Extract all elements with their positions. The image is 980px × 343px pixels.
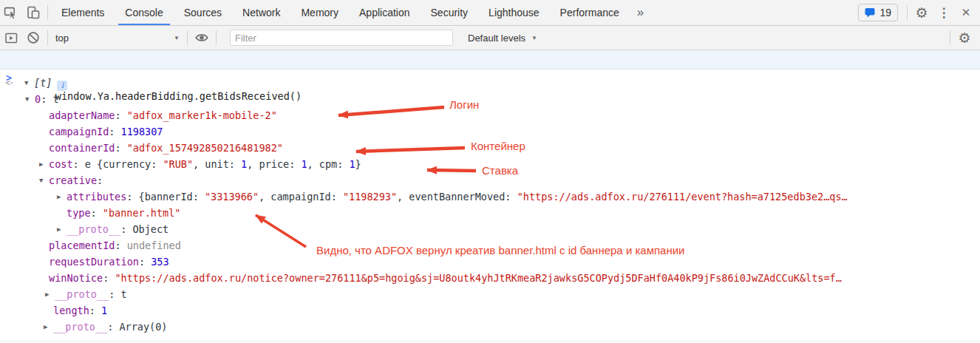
kebab-menu-icon[interactable]: ⋮: [933, 2, 955, 23]
levels-value: Default levels: [468, 33, 525, 44]
disclosure-triangle-collapsed[interactable]: ▶: [57, 221, 61, 237]
console-line-content: cost: e {currency: "RUB", unit: 1, price…: [49, 156, 361, 172]
console-line-content: __proto__: Object: [67, 221, 169, 237]
disclosure-triangle-expanded[interactable]: ▼: [24, 75, 28, 91]
context-value: top: [55, 33, 69, 44]
returned-value-icon: <·: [5, 75, 13, 91]
console-line: type: "banner.html": [0, 205, 980, 221]
tab-network[interactable]: Network: [236, 0, 287, 25]
console-bottom-divider: [0, 341, 980, 342]
more-tabs-chevron-icon[interactable]: »: [630, 5, 651, 20]
console-line: winNotice: "https://ads.adfox.ru/notice?…: [0, 270, 980, 286]
toolbar-separator: [216, 30, 217, 45]
console-line: ▶__proto__: Array(0): [0, 319, 980, 335]
toolbar-separator: [950, 30, 950, 45]
devtools-window: ElementsConsoleSourcesNetworkMemoryAppli…: [0, 0, 980, 343]
tab-elements[interactable]: Elements: [55, 0, 111, 25]
console-line-content: requestDuration: 353: [49, 254, 169, 270]
console-output-lines: <·▼[t]i▼0: tadapterName: "adfox_marker1k…: [0, 69, 980, 335]
console-line: ▶__proto__: Object: [0, 221, 980, 237]
console-line-content: type: "banner.html": [67, 205, 180, 221]
console-line: length: 1: [0, 302, 980, 319]
tab-console[interactable]: Console: [118, 0, 169, 25]
console-sidebar-icon[interactable]: [0, 27, 22, 48]
disclosure-triangle-collapsed[interactable]: ▶: [45, 286, 49, 302]
issues-badge[interactable]: 19: [858, 4, 898, 21]
info-icon[interactable]: i: [57, 81, 67, 91]
console-line-content: campaignId: 1198307: [49, 123, 163, 140]
console-line-content: length: 1: [53, 302, 107, 319]
console-line-content: creative:: [49, 172, 103, 189]
tab-lighthouse[interactable]: Lighthouse: [482, 0, 546, 25]
toolbar-separator: [47, 5, 48, 20]
tab-security[interactable]: Security: [424, 0, 475, 25]
tab-application[interactable]: Application: [353, 0, 417, 25]
console-line: ▶attributes: {bannerId: "3313966", campa…: [0, 189, 980, 205]
console-line: ▼0: t: [0, 91, 980, 107]
tab-sources[interactable]: Sources: [177, 0, 228, 25]
console-line-content: [t]i: [34, 75, 67, 91]
console-line-content: winNotice: "https://ads.adfox.ru/notice?…: [49, 270, 842, 286]
filter-input[interactable]: [230, 30, 453, 46]
console-line-content: __proto__: Array(0): [53, 319, 167, 335]
toolbar-separator: [187, 30, 188, 45]
live-expression-eye-icon[interactable]: [191, 27, 213, 48]
chevron-down-icon: ▼: [531, 35, 537, 41]
settings-gear-icon[interactable]: ⚙: [911, 2, 933, 23]
disclosure-triangle-collapsed[interactable]: ▶: [39, 156, 43, 172]
console-line: adapterName: "adfox_marker1k-mobile-2": [0, 107, 980, 123]
console-line-content: containerId: "adfox_157492850216481982": [49, 140, 283, 156]
disclosure-triangle-expanded[interactable]: ▼: [39, 172, 43, 189]
clear-console-icon[interactable]: [22, 27, 44, 48]
toolbar-separator: [907, 5, 908, 20]
console-line-content: 0: t: [35, 91, 59, 107]
console-line: <·▼[t]i: [0, 75, 980, 91]
console-area: > window.Ya.headerBidding.getBidsReceive…: [0, 50, 980, 335]
devtools-tabbar: ElementsConsoleSourcesNetworkMemoryAppli…: [0, 0, 980, 26]
console-line-content: attributes: {bannerId: "3313966", campai…: [67, 189, 848, 205]
panel-tabs: ElementsConsoleSourcesNetworkMemoryAppli…: [51, 0, 630, 25]
device-toolbar-icon[interactable]: [22, 2, 44, 23]
console-line-content: __proto__: t: [55, 286, 127, 302]
console-line: ▶__proto__: t: [0, 286, 980, 302]
message-bubble-icon: [865, 7, 875, 18]
console-settings-gear-icon[interactable]: ⚙: [953, 27, 976, 48]
disclosure-triangle-expanded[interactable]: ▼: [25, 91, 29, 107]
annotation-label-login: Логин: [449, 98, 479, 111]
issues-count: 19: [879, 7, 891, 18]
console-line-content: adapterName: "adfox_marker1k-mobile-2": [49, 107, 277, 123]
inspect-element-icon[interactable]: [0, 2, 22, 23]
log-levels-dropdown[interactable]: Default levels ▼: [463, 33, 542, 44]
tab-performance[interactable]: Performance: [554, 0, 626, 25]
console-line-content: placementId: undefined: [49, 237, 181, 254]
close-icon[interactable]: ✕: [955, 2, 977, 23]
toolbar-separator: [47, 30, 48, 45]
disclosure-triangle-collapsed[interactable]: ▶: [44, 319, 47, 335]
annotation-label-bid: Ставка: [482, 164, 518, 177]
disclosure-triangle-collapsed[interactable]: ▶: [57, 189, 61, 205]
chevron-down-icon: ▼: [174, 35, 180, 41]
console-command-row: > window.Ya.headerBidding.getBidsReceive…: [0, 50, 980, 69]
console-line: campaignId: 1198307: [0, 123, 980, 140]
annotation-label-container: Контейнер: [471, 140, 525, 152]
tab-memory[interactable]: Memory: [294, 0, 345, 25]
console-toolbar: top ▼ Default levels ▼ ⚙: [0, 26, 980, 50]
annotation-label-creative-note: Видно, что ADFOX вернул креатив banner.h…: [316, 244, 684, 257]
javascript-context-dropdown[interactable]: top ▼: [51, 33, 184, 44]
